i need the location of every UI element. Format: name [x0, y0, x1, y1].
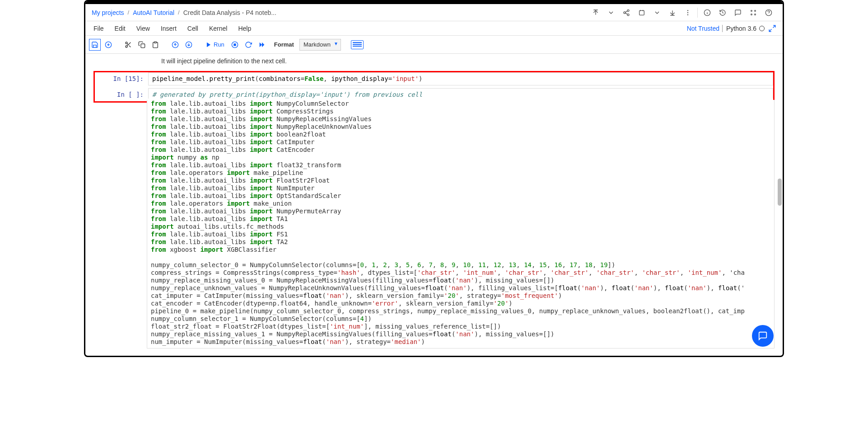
svg-line-13 — [773, 25, 775, 28]
intro-text: It will inject pipeline definition to th… — [93, 57, 775, 65]
cell-prompt: In [ ]: — [95, 88, 148, 99]
svg-line-14 — [769, 29, 771, 31]
info-icon[interactable] — [700, 5, 715, 20]
schedule-icon[interactable] — [634, 5, 649, 20]
stop-icon[interactable] — [229, 39, 241, 51]
help-icon[interactable] — [761, 5, 776, 20]
recent-icon[interactable] — [715, 5, 730, 20]
notebook-area[interactable]: It will inject pipeline definition to th… — [85, 54, 783, 356]
run-button[interactable]: Run — [203, 41, 227, 48]
breadcrumb-bar: My projects / AutoAI Tutorial / Credit D… — [85, 4, 783, 21]
upload-icon[interactable] — [588, 5, 603, 20]
svg-rect-29 — [234, 44, 236, 46]
menu-file[interactable]: File — [88, 23, 109, 34]
cell-body[interactable]: from lale.lib.autoai_libs import NumpyCo… — [147, 100, 775, 349]
highlight-box: In [15]: pipeline_model.pretty_print(com… — [93, 71, 775, 103]
overflow-icon[interactable] — [680, 5, 695, 20]
chevron-down-icon[interactable] — [603, 5, 619, 20]
svg-point-1 — [624, 12, 625, 14]
chat-button[interactable] — [752, 325, 774, 347]
format-select[interactable]: Markdown — [299, 39, 341, 51]
add-cell-icon[interactable] — [103, 39, 114, 51]
svg-point-9 — [755, 10, 756, 11]
svg-marker-30 — [260, 42, 262, 47]
code-cell-15[interactable]: In [15]: pipeline_model.pretty_print(com… — [95, 72, 773, 85]
menu-kernel[interactable]: Kernel — [204, 23, 233, 34]
svg-line-20 — [127, 43, 128, 45]
svg-point-6 — [687, 14, 688, 15]
svg-point-16 — [126, 42, 127, 44]
svg-point-8 — [751, 10, 752, 11]
save-icon[interactable] — [89, 39, 101, 51]
toolbar: Run Format Markdown — [85, 36, 783, 54]
paste-icon[interactable] — [149, 39, 161, 51]
menubar: File Edit View Insert Cell Kernel Help N… — [85, 21, 783, 36]
format-label: Format — [270, 41, 298, 48]
svg-rect-3 — [639, 10, 644, 15]
copy-icon[interactable] — [136, 39, 148, 51]
share-icon[interactable] — [619, 5, 634, 20]
svg-point-4 — [687, 10, 688, 11]
maximize-icon[interactable] — [768, 24, 776, 33]
svg-rect-21 — [141, 44, 145, 48]
restart-icon[interactable] — [243, 39, 254, 51]
cut-icon[interactable] — [122, 39, 134, 51]
breadcrumb-root[interactable]: My projects — [92, 9, 124, 16]
cell-prompt: In [15]: — [95, 72, 148, 85]
menu-help[interactable]: Help — [233, 23, 257, 34]
code-cell-empty[interactable]: In [ ]: # generated by pretty_print(ipyt… — [95, 88, 773, 99]
chevron-down2-icon[interactable] — [649, 5, 665, 20]
svg-rect-22 — [154, 42, 156, 43]
comment-icon[interactable] — [730, 5, 746, 20]
run-all-icon[interactable] — [256, 39, 268, 51]
svg-marker-27 — [207, 42, 210, 47]
breadcrumb-mid[interactable]: AutoAI Tutorial — [133, 9, 174, 16]
code-cell-continuation[interactable]: from lale.lib.autoai_libs import NumpyCo… — [93, 100, 775, 349]
breadcrumb-leaf: Credit Data Analysis - P4 noteb... — [183, 9, 276, 16]
move-down-icon[interactable] — [183, 39, 195, 51]
menu-insert[interactable]: Insert — [155, 23, 182, 34]
svg-point-5 — [687, 12, 688, 13]
vertical-scrollbar[interactable] — [778, 179, 782, 206]
menu-edit[interactable]: Edit — [109, 23, 131, 34]
download-icon[interactable] — [665, 5, 680, 20]
svg-point-17 — [126, 46, 127, 47]
svg-point-10 — [751, 14, 752, 15]
kernel-indicator: Python 3.6 — [722, 25, 765, 32]
not-trusted-label[interactable]: Not Trusted — [687, 25, 722, 32]
svg-point-0 — [627, 9, 629, 11]
data-icon[interactable] — [746, 5, 761, 20]
kernel-status-circle — [759, 26, 765, 31]
keyboard-icon[interactable] — [351, 40, 364, 49]
svg-point-11 — [755, 14, 756, 15]
menu-view[interactable]: View — [131, 23, 155, 34]
cell-body[interactable]: # generated by pretty_print(ipython_disp… — [148, 88, 773, 99]
svg-point-2 — [627, 14, 629, 15]
svg-line-19 — [129, 45, 131, 47]
menu-cell[interactable]: Cell — [182, 23, 204, 34]
cell-body[interactable]: pipeline_model.pretty_print(combinators=… — [148, 72, 773, 85]
svg-marker-31 — [262, 42, 264, 47]
move-up-icon[interactable] — [169, 39, 181, 51]
